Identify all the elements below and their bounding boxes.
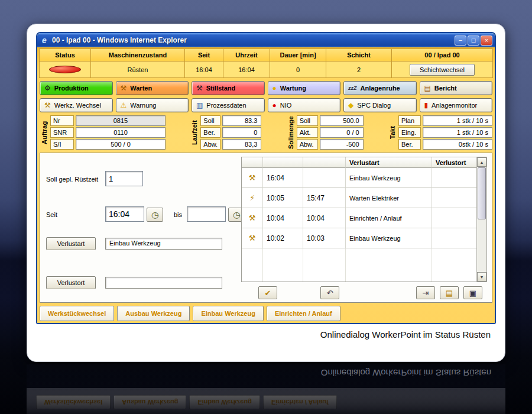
log-row-start[interactable]: 10:05	[263, 188, 303, 208]
stillstand-button[interactable]: ⚒ Stillstand	[192, 81, 265, 95]
log-row-start[interactable]: 10:04	[263, 208, 303, 228]
report-icon: ▤	[424, 85, 431, 92]
ruestzeit-input[interactable]	[105, 171, 143, 186]
log-header-verlustart: Verlustart	[346, 157, 432, 168]
sollmenge-abw-label: Abw.	[297, 139, 318, 150]
log-filler	[242, 248, 263, 282]
reflection-quick-button: Ausbau Werkzeug	[113, 395, 186, 409]
verlustort-field[interactable]	[105, 277, 222, 289]
nio-button[interactable]: ● NIO	[268, 98, 341, 112]
anlagenruhe-button[interactable]: zzZ Anlagenruhe	[343, 81, 417, 95]
spc-dialog-button[interactable]: ◆ SPC Dialog	[343, 98, 417, 112]
spc-icon: ◆	[348, 102, 353, 109]
window-content: Status Maschinenzustand Seit Uhrzeit Dau…	[37, 47, 495, 323]
takt-plan-label: Plan	[398, 115, 421, 126]
log-row-end[interactable]: 10:04	[303, 208, 346, 228]
anlagenruhe-label: Anlagenruhe	[361, 85, 400, 92]
screen-button[interactable]: ▣	[463, 286, 482, 299]
stillstand-label: Stillstand	[206, 85, 236, 92]
scroll-up-icon[interactable]: ▲	[477, 157, 486, 167]
thermometer-icon: ▮	[424, 102, 429, 109]
verlust-log-table: Verlustart Verlustort ⚒ 16:04 Einbau Wer…	[241, 157, 487, 282]
wrench-icon[interactable]: ⚒	[242, 208, 263, 228]
quick-einrichten-anlauf-button[interactable]: Einrichten / Anlauf	[267, 306, 340, 321]
takt-title: Takt	[388, 115, 397, 150]
verlustort-button[interactable]: Verlustort	[46, 276, 96, 289]
tools-icon[interactable]: ⚒	[242, 168, 263, 188]
undo-button[interactable]: ↶	[320, 286, 339, 299]
verlustart-field[interactable]: Einbau Werkzeug	[105, 238, 222, 250]
wrench-icon[interactable]: ⚒	[242, 228, 263, 248]
log-row-verlustort[interactable]	[432, 228, 476, 248]
bericht-label: Bericht	[434, 85, 457, 92]
werkzeugwechsel-label: Werkz. Wechsel	[54, 102, 101, 109]
quick-ausbau-werkzeug-button[interactable]: Ausbau Werkzeug	[117, 306, 190, 321]
anlagenmonitor-button[interactable]: ▮ Anlagenmonitor	[420, 98, 493, 112]
werkzeugwechsel-button[interactable]: ⚒ Werkz. Wechsel	[40, 98, 113, 112]
export-icon: ⇥	[423, 289, 429, 297]
wartung-button[interactable]: ● Wartung	[268, 81, 341, 95]
browser-window: e 00 - Ipad 00 - Windows Internet Explor…	[36, 32, 496, 324]
state-button-row: ⚙ Produktion ⚒ Warten ⚒ Stillstand ● War…	[39, 81, 493, 95]
process-data-icon: ▥	[196, 102, 203, 109]
laufzeit-abw-value: 83,3	[222, 139, 261, 150]
warten-button[interactable]: ⚒ Warten	[116, 81, 189, 95]
minimize-button[interactable]: −	[455, 35, 466, 46]
warnung-button[interactable]: ⚠ Warnung	[116, 98, 189, 112]
wartung-label: Wartung	[280, 85, 306, 92]
log-row-end[interactable]: 10:03	[303, 228, 346, 248]
sollmenge-title: Sollmenge	[286, 115, 295, 150]
bis-input[interactable]	[187, 206, 226, 222]
takt-ber-label: Ber.	[398, 139, 421, 150]
log-row-verlustort[interactable]	[432, 208, 476, 228]
log-row-verlustart[interactable]: Einbau Werkzeug	[346, 228, 432, 248]
log-row-verlustart[interactable]: Warten Elektriker	[346, 188, 432, 208]
window-title: 00 - Ipad 00 - Windows Internet Explorer	[52, 36, 452, 44]
log-scrollbar: ▲ ▼	[476, 157, 486, 282]
quick-werkstueckwechsel-button[interactable]: Werkstückwechsel	[40, 306, 114, 321]
clock-picker-icon: ◷	[233, 210, 240, 219]
reflection-quick-button: Einrichten / Anlauf	[263, 395, 337, 409]
ruestzeit-label: Soll gepl. Rüstzeit	[46, 176, 98, 183]
schichtwechsel-cell: Schichtwechsel	[392, 62, 492, 77]
seit-picker-button[interactable]: ◷	[147, 208, 163, 222]
laufzeit-soll-value: 83.3	[222, 115, 261, 126]
produktion-button[interactable]: ⚙ Produktion	[40, 81, 113, 95]
export-button[interactable]: ⇥	[416, 286, 435, 299]
maximize-button[interactable]: □	[468, 35, 479, 46]
verlustart-button[interactable]: Verlustart	[46, 237, 96, 250]
nio-icon: ●	[273, 102, 277, 109]
titlebar: e 00 - Ipad 00 - Windows Internet Explor…	[37, 33, 495, 47]
close-button[interactable]: ×	[481, 35, 492, 46]
log-row-verlustort[interactable]	[432, 188, 476, 208]
tool-change-icon: ⚒	[44, 102, 51, 109]
auftrag-nr-value: 0815	[76, 115, 166, 126]
log-row-verlustart[interactable]: Einbau Werkzeug	[346, 168, 432, 188]
quick-einbau-werkzeug-button[interactable]: Einbau Werkzeug	[193, 306, 263, 321]
log-row-verlustart[interactable]: Einrichten / Anlauf	[346, 208, 432, 228]
sollmenge-soll-value: 500.0	[320, 115, 364, 126]
bericht-button[interactable]: ▤ Bericht	[420, 81, 493, 95]
log-row-verlustort[interactable]	[432, 168, 476, 188]
anlagenmonitor-label: Anlagenmonitor	[432, 102, 477, 109]
electrician-icon[interactable]: ⚡	[242, 188, 263, 208]
log-row-end[interactable]	[303, 168, 346, 188]
reflection: Onlinedialog WorkerPoint im Status Rüste…	[27, 364, 505, 414]
schichtwechsel-button[interactable]: Schichtwechsel	[410, 64, 475, 76]
takt-eing-value: 1 stk / 10 s	[423, 127, 492, 138]
prozessdaten-button[interactable]: ▥ Prozessdaten	[192, 98, 265, 112]
ie-icon: e	[40, 35, 49, 45]
scroll-down-icon[interactable]: ▼	[477, 272, 486, 282]
spc-dialog-label: SPC Dialog	[357, 102, 391, 109]
scrollbar-thumb[interactable]	[478, 167, 486, 219]
confirm-entry-button[interactable]: ✔	[258, 286, 277, 299]
bis-label: bis	[174, 211, 182, 218]
log-row-start[interactable]: 10:02	[263, 228, 303, 248]
log-row-end[interactable]: 15:47	[303, 188, 346, 208]
log-row-start[interactable]: 16:04	[263, 168, 303, 188]
auftrag-panel: Auftrag Nr 0815 SNR 0110 S/I 500 / 0	[40, 115, 166, 150]
warning-icon: ⚠	[121, 102, 127, 109]
seit-input[interactable]	[105, 206, 144, 222]
note-button[interactable]: ▤	[440, 286, 459, 299]
log-header-verlustort: Verlustort	[432, 157, 476, 168]
